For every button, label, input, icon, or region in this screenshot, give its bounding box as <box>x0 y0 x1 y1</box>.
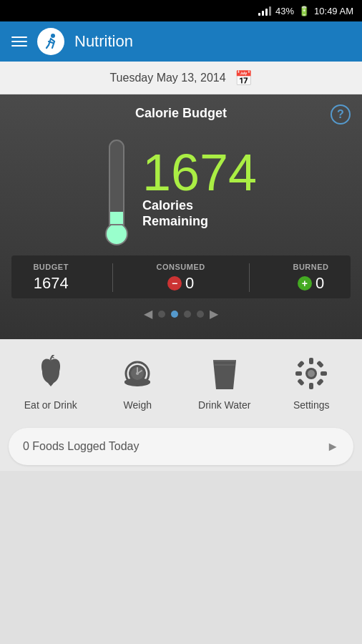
app-logo <box>37 28 64 55</box>
page-dot-3[interactable] <box>197 311 204 318</box>
action-eat-or-drink[interactable]: Eat or Drink <box>15 353 87 411</box>
weigh-label: Weigh <box>124 399 152 411</box>
foods-logged-arrow: ► <box>326 439 339 454</box>
consumed-value: 0 <box>185 274 194 293</box>
stat-budget: BUDGET 1674 <box>33 263 68 293</box>
thermometer <box>105 131 128 245</box>
drink-water-label: Drink Water <box>198 399 250 411</box>
svg-point-9 <box>136 372 139 375</box>
calendar-icon[interactable]: 📅 <box>235 69 253 87</box>
pagination: ◀ ▶ <box>11 298 351 328</box>
nav-title: Nutrition <box>74 32 133 51</box>
divider-2 <box>249 263 250 292</box>
budget-label: BUDGET <box>33 263 68 271</box>
help-icon[interactable]: ? <box>331 104 351 125</box>
action-weigh[interactable]: Weigh <box>102 353 173 411</box>
page-dot-2[interactable] <box>184 311 191 318</box>
budget-value: 1674 <box>34 274 69 293</box>
next-arrow[interactable]: ▶ <box>210 307 218 321</box>
action-settings[interactable]: Settings <box>275 353 347 411</box>
date-row: Tuesday May 13, 2014 📅 <box>0 62 362 94</box>
calorie-number: 1674 <box>142 147 257 198</box>
scale-icon <box>117 353 157 394</box>
eat-or-drink-label: Eat or Drink <box>24 399 77 411</box>
svg-rect-19 <box>316 379 324 386</box>
burned-value: 0 <box>315 274 324 293</box>
minus-icon: − <box>167 276 182 291</box>
stat-consumed: CONSUMED − 0 <box>157 263 205 293</box>
calorie-label: CaloriesRemaining <box>142 198 208 229</box>
svg-rect-15 <box>321 371 327 376</box>
gear-icon <box>291 353 331 394</box>
svg-point-0 <box>51 34 55 38</box>
cup-icon <box>205 353 245 394</box>
stat-burned: BURNED + 0 <box>293 263 328 293</box>
plus-icon: + <box>298 276 312 291</box>
time-display: 10:49 AM <box>314 6 353 16</box>
actions-row: Eat or Drink Weigh Drink <box>0 339 362 422</box>
thermo-fill <box>110 212 123 224</box>
svg-rect-18 <box>297 379 305 386</box>
svg-rect-12 <box>309 358 313 364</box>
svg-rect-13 <box>309 383 313 389</box>
settings-label: Settings <box>293 399 330 411</box>
svg-point-1 <box>42 361 59 384</box>
budget-card-title: Calorie Budget <box>11 106 351 121</box>
budget-main: 1674 CaloriesRemaining <box>11 131 351 245</box>
page-dot-1[interactable] <box>171 311 178 318</box>
date-display: Tuesday May 13, 2014 <box>109 72 225 84</box>
apple-icon <box>31 353 71 394</box>
consumed-label: CONSUMED <box>157 263 205 271</box>
thermo-bulb <box>105 223 128 245</box>
hamburger-menu[interactable] <box>11 36 27 47</box>
consumed-value-row: − 0 <box>167 274 194 293</box>
divider-1 <box>112 263 113 292</box>
budget-stats: BUDGET 1674 CONSUMED − 0 BURNED + 0 <box>11 255 351 298</box>
calorie-info: 1674 CaloriesRemaining <box>142 147 257 229</box>
nav-bar: Nutrition <box>0 21 362 62</box>
thermo-tube <box>109 140 124 225</box>
svg-rect-17 <box>316 361 324 369</box>
burned-value-row: + 0 <box>298 274 324 293</box>
svg-rect-16 <box>297 361 305 369</box>
budget-value-row: 1674 <box>34 274 69 293</box>
prev-arrow[interactable]: ◀ <box>144 307 152 321</box>
status-bar: 43% 🔋 10:49 AM <box>0 0 362 21</box>
foods-logged-text: 0 Foods Logged Today <box>23 440 140 453</box>
bottom-area <box>0 471 362 644</box>
svg-rect-14 <box>295 371 302 376</box>
budget-card: Calorie Budget ? 1674 CaloriesRemaining … <box>0 94 362 339</box>
action-drink-water[interactable]: Drink Water <box>189 353 260 411</box>
foods-logged-row[interactable]: 0 Foods Logged Today ► <box>9 428 353 465</box>
page-dot-0[interactable] <box>158 311 165 318</box>
battery-level: 43% <box>275 6 294 16</box>
battery-icon: 🔋 <box>298 6 310 16</box>
signal-icon <box>258 6 271 16</box>
burned-label: BURNED <box>293 263 328 271</box>
svg-point-11 <box>308 370 315 377</box>
